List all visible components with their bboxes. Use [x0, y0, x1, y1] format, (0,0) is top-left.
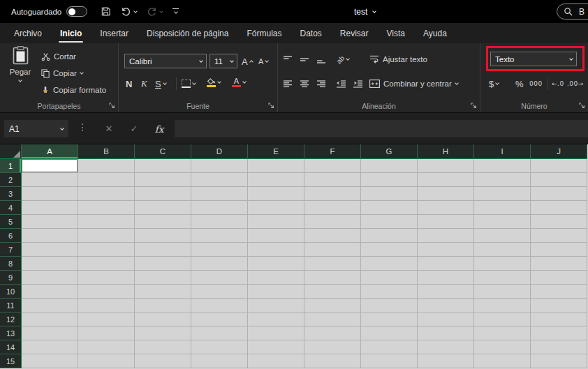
- cell-H14[interactable]: [418, 340, 474, 354]
- cell-F8[interactable]: [304, 257, 361, 271]
- cell-H2[interactable]: [418, 173, 474, 187]
- cell-D5[interactable]: [191, 215, 248, 229]
- font-dialog-launcher[interactable]: [267, 101, 275, 110]
- number-format-combobox[interactable]: Texto: [490, 52, 577, 66]
- cell-C3[interactable]: [135, 187, 191, 201]
- cell-E15[interactable]: [248, 354, 304, 368]
- cell-G13[interactable]: [361, 326, 418, 340]
- cell-C1[interactable]: [135, 159, 191, 173]
- cell-C8[interactable]: [135, 257, 191, 271]
- row-header-1[interactable]: 1: [0, 159, 22, 173]
- cell-B7[interactable]: [78, 243, 135, 257]
- row-header-5[interactable]: 5: [0, 215, 22, 229]
- format-painter-button[interactable]: Copiar formato: [39, 82, 108, 98]
- cell-I1[interactable]: [474, 159, 531, 173]
- cell-D13[interactable]: [191, 326, 248, 340]
- cell-A4[interactable]: [22, 201, 78, 215]
- autosave-control[interactable]: Autoguardado: [11, 6, 87, 17]
- cell-C11[interactable]: [135, 299, 191, 312]
- tab-disposicion-de-pagina[interactable]: Disposición de página: [138, 23, 237, 43]
- font-size-combobox[interactable]: 11: [210, 54, 237, 68]
- cell-J7[interactable]: [531, 243, 587, 257]
- cell-J11[interactable]: [531, 299, 587, 312]
- align-bottom-button[interactable]: [317, 52, 325, 67]
- cell-I13[interactable]: [474, 326, 531, 340]
- cell-C7[interactable]: [135, 243, 191, 257]
- cell-D15[interactable]: [191, 354, 248, 368]
- align-left-button[interactable]: [284, 76, 292, 91]
- cell-I4[interactable]: [474, 201, 531, 215]
- cancel-button[interactable]: ✕: [101, 120, 117, 137]
- cell-B13[interactable]: [78, 326, 135, 340]
- cell-G11[interactable]: [361, 299, 418, 312]
- cell-H4[interactable]: [418, 201, 474, 215]
- cell-F1[interactable]: [304, 159, 361, 173]
- column-header-C[interactable]: C: [135, 144, 191, 159]
- cell-C14[interactable]: [135, 340, 191, 354]
- save-button[interactable]: [97, 4, 115, 19]
- row-header-12[interactable]: 12: [0, 312, 22, 326]
- italic-button[interactable]: K: [141, 76, 147, 91]
- cell-E2[interactable]: [248, 173, 304, 187]
- cell-H3[interactable]: [418, 187, 474, 201]
- row-header-4[interactable]: 4: [0, 201, 22, 215]
- cell-I3[interactable]: [474, 187, 531, 201]
- cell-F3[interactable]: [304, 187, 361, 201]
- paste-button[interactable]: Pegar: [4, 46, 36, 100]
- cell-B15[interactable]: [78, 354, 135, 368]
- cell-J15[interactable]: [531, 354, 587, 368]
- cell-B6[interactable]: [78, 229, 135, 243]
- cell-A7[interactable]: [22, 243, 78, 257]
- cell-H5[interactable]: [418, 215, 474, 229]
- cell-D2[interactable]: [191, 173, 248, 187]
- cell-C15[interactable]: [135, 354, 191, 368]
- cell-G15[interactable]: [361, 354, 418, 368]
- cell-G6[interactable]: [361, 229, 418, 243]
- cell-I9[interactable]: [474, 271, 531, 285]
- cell-F14[interactable]: [304, 340, 361, 354]
- row-header-7[interactable]: 7: [0, 243, 22, 257]
- cell-D4[interactable]: [191, 201, 248, 215]
- cell-B11[interactable]: [78, 299, 135, 312]
- cell-E12[interactable]: [248, 312, 304, 326]
- increase-indent-button[interactable]: [353, 76, 362, 91]
- cell-C4[interactable]: [135, 201, 191, 215]
- cell-A10[interactable]: [22, 285, 78, 299]
- redo-button[interactable]: [143, 4, 166, 19]
- column-header-B[interactable]: B: [78, 144, 135, 159]
- align-center-button[interactable]: [300, 76, 309, 91]
- cell-B14[interactable]: [78, 340, 135, 354]
- font-color-button[interactable]: A: [232, 75, 246, 90]
- cell-I7[interactable]: [474, 243, 531, 257]
- tab-ayuda[interactable]: Ayuda: [414, 23, 456, 43]
- cell-G4[interactable]: [361, 201, 418, 215]
- cell-G9[interactable]: [361, 271, 418, 285]
- column-header-G[interactable]: G: [361, 144, 418, 159]
- cell-B1[interactable]: [78, 159, 135, 173]
- cell-J9[interactable]: [531, 271, 587, 285]
- cell-J4[interactable]: [531, 201, 587, 215]
- row-header-8[interactable]: 8: [0, 257, 22, 271]
- row-header-11[interactable]: 11: [0, 299, 22, 312]
- percent-style-button[interactable]: %: [515, 76, 524, 91]
- cell-E3[interactable]: [248, 187, 304, 201]
- undo-menu-chevron-icon[interactable]: [133, 9, 138, 13]
- column-header-E[interactable]: E: [248, 144, 304, 159]
- column-header-D[interactable]: D: [191, 144, 248, 159]
- grow-font-button[interactable]: A: [242, 54, 253, 69]
- underline-button[interactable]: S: [155, 76, 166, 91]
- row-header-13[interactable]: 13: [0, 326, 22, 340]
- cell-H8[interactable]: [418, 257, 474, 271]
- cell-H15[interactable]: [418, 354, 474, 368]
- clipboard-dialog-launcher[interactable]: [108, 101, 116, 110]
- cell-F7[interactable]: [304, 243, 361, 257]
- tab-formulas[interactable]: Fórmulas: [237, 23, 291, 43]
- name-box[interactable]: A1: [4, 120, 68, 137]
- align-middle-button[interactable]: [300, 52, 309, 67]
- cell-G12[interactable]: [361, 312, 418, 326]
- cell-D10[interactable]: [191, 285, 248, 299]
- cell-E14[interactable]: [248, 340, 304, 354]
- cell-G8[interactable]: [361, 257, 418, 271]
- borders-button[interactable]: [182, 76, 196, 91]
- cell-I15[interactable]: [474, 354, 531, 368]
